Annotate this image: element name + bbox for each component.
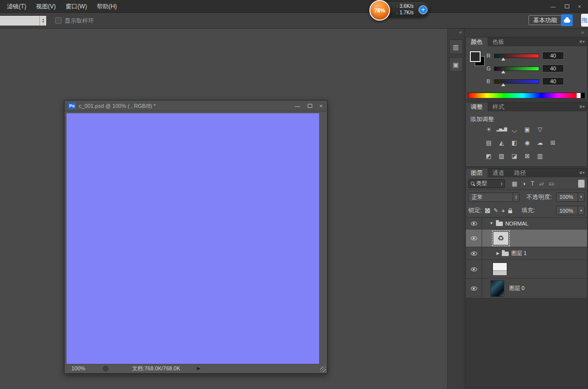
eye-icon[interactable] bbox=[471, 236, 477, 240]
document-canvas[interactable] bbox=[66, 113, 319, 364]
layer-group-1[interactable]: ▶ 图层 1 bbox=[466, 247, 587, 260]
opacity-dropdown[interactable]: 100% ▾ bbox=[556, 193, 585, 202]
color-spectrum-ramp[interactable] bbox=[468, 93, 585, 98]
layer-name[interactable]: NORMAL bbox=[505, 221, 528, 227]
threshold-icon[interactable]: ◪ bbox=[509, 152, 519, 161]
layer-thumbnail[interactable] bbox=[492, 262, 507, 276]
blend-mode-dropdown[interactable]: 正常 ▴▾ bbox=[468, 193, 520, 202]
group-collapsed-arrow-icon[interactable]: ▶ bbox=[496, 251, 499, 256]
smart-object-filter-icon[interactable]: ▭ bbox=[549, 179, 554, 188]
drag-overlay-button[interactable]: 拖 bbox=[581, 14, 588, 27]
spectrum-black-swatch[interactable] bbox=[581, 93, 585, 98]
visibility-cell[interactable] bbox=[466, 229, 482, 247]
eye-icon[interactable] bbox=[471, 287, 477, 291]
tab-styles[interactable]: 样式 bbox=[488, 102, 509, 111]
fill-dropdown[interactable]: 100% ▾ bbox=[556, 206, 585, 215]
foreground-color-swatch[interactable] bbox=[470, 51, 481, 62]
type-layer-filter-icon[interactable]: T bbox=[531, 179, 534, 188]
resize-grip[interactable] bbox=[320, 366, 326, 372]
photo-filter-icon[interactable]: ◉ bbox=[522, 138, 532, 147]
curves-icon[interactable]: ◡ bbox=[509, 125, 519, 134]
visibility-cell[interactable] bbox=[466, 279, 482, 298]
shape-layer-filter-icon[interactable]: ▱ bbox=[539, 179, 544, 188]
posterize-icon[interactable]: ▨ bbox=[496, 152, 506, 161]
layer-white[interactable] bbox=[466, 260, 587, 279]
widget-plus-button[interactable]: + bbox=[419, 5, 427, 14]
spectrum-white-swatch[interactable] bbox=[577, 93, 581, 98]
lock-position-icon[interactable]: + bbox=[502, 208, 505, 214]
panel-menu-icon[interactable]: ≡▾ bbox=[580, 170, 585, 176]
layer-thumbnail[interactable]: ♻ bbox=[493, 232, 508, 245]
red-slider[interactable] bbox=[494, 54, 539, 58]
doc-close-button[interactable]: × bbox=[320, 103, 323, 109]
menu-help[interactable]: 帮助(H) bbox=[97, 0, 117, 13]
workspace-switcher-button[interactable]: 基本功能 bbox=[528, 15, 562, 25]
layer-name[interactable]: 图层 0 bbox=[509, 285, 524, 292]
green-value-field[interactable]: 40 bbox=[542, 65, 564, 72]
collapse-to-icons-button[interactable]: » bbox=[581, 29, 584, 35]
color-balance-icon[interactable]: ◭ bbox=[496, 138, 506, 147]
visibility-cell[interactable] bbox=[466, 218, 482, 229]
blue-slider[interactable] bbox=[494, 79, 539, 84]
document-title-bar[interactable]: Ps c_001.psd @ 100% ( , RGB/8) * — × bbox=[65, 100, 327, 111]
lock-transparency-icon[interactable] bbox=[485, 208, 490, 213]
tab-color[interactable]: 颜色 bbox=[466, 37, 488, 46]
menu-filter[interactable]: 滤镜(T) bbox=[7, 0, 26, 13]
hue-saturation-icon[interactable]: ▤ bbox=[484, 138, 493, 147]
menu-view[interactable]: 视图(V) bbox=[36, 0, 56, 13]
layer-selected[interactable]: ♻ bbox=[466, 229, 587, 247]
tab-layers[interactable]: 图层 bbox=[466, 168, 488, 177]
pixel-layer-filter-icon[interactable]: ▦ bbox=[512, 179, 517, 188]
lock-all-icon[interactable] bbox=[508, 210, 512, 213]
panel-menu-icon[interactable]: ≡▾ bbox=[580, 104, 585, 110]
adjustment-layer-filter-icon[interactable]: ◑ bbox=[522, 179, 525, 188]
eye-icon[interactable] bbox=[471, 267, 477, 271]
eye-icon[interactable] bbox=[471, 252, 477, 256]
zoom-level-field[interactable]: 100% bbox=[71, 365, 85, 371]
tool-preset-dropdown[interactable]: ▴▾ bbox=[0, 15, 47, 26]
sampling-ring-checkbox[interactable] bbox=[55, 17, 62, 24]
visibility-cell[interactable] bbox=[466, 260, 482, 278]
maximize-button[interactable] bbox=[565, 4, 569, 8]
clone-source-panel-icon[interactable]: ▣ bbox=[449, 57, 463, 72]
invert-icon[interactable]: ◩ bbox=[484, 152, 493, 161]
lock-paint-icon[interactable]: ✎ bbox=[493, 207, 498, 214]
brightness-contrast-icon[interactable]: ☀ bbox=[484, 125, 493, 134]
red-value-field[interactable]: 40 bbox=[542, 52, 564, 60]
group-expanded-arrow-icon[interactable]: ▼ bbox=[490, 221, 493, 226]
doc-minimize-button[interactable]: — bbox=[295, 103, 300, 109]
tab-channels[interactable]: 通道 bbox=[488, 168, 509, 177]
gradient-map-icon[interactable]: ▥ bbox=[535, 152, 545, 161]
minimize-button[interactable]: — bbox=[551, 0, 556, 13]
visibility-cell[interactable] bbox=[466, 247, 482, 259]
green-slider[interactable] bbox=[494, 66, 539, 71]
vibrance-icon[interactable]: ▽ bbox=[535, 125, 545, 134]
eye-icon[interactable] bbox=[471, 222, 477, 226]
tab-paths[interactable]: 路径 bbox=[509, 168, 531, 177]
black-white-icon[interactable]: ◧ bbox=[509, 138, 519, 147]
blue-value-field[interactable]: 40 bbox=[542, 77, 564, 85]
document-window[interactable]: Ps c_001.psd @ 100% ( , RGB/8) * — × 100… bbox=[64, 100, 327, 374]
status-menu-arrow-icon[interactable]: ▶ bbox=[197, 366, 200, 371]
memory-usage-ball[interactable]: 78% bbox=[369, 0, 390, 21]
filter-on-off-toggle[interactable] bbox=[578, 180, 585, 188]
doc-maximize-button[interactable] bbox=[308, 104, 312, 108]
layer-group-normal[interactable]: ▼ NORMAL bbox=[466, 218, 587, 229]
green-slider-thumb[interactable] bbox=[501, 70, 505, 73]
selective-color-icon[interactable]: ⊠ bbox=[522, 152, 532, 161]
layer-thumbnail[interactable] bbox=[490, 280, 504, 297]
levels-icon[interactable]: ▂▅▃▇ bbox=[496, 125, 506, 134]
brush-presets-panel-icon[interactable]: ▥ bbox=[449, 39, 463, 54]
close-button[interactable]: × bbox=[578, 0, 581, 13]
layer-thumbnail-selection[interactable]: ♻ bbox=[492, 230, 510, 246]
expand-panels-button[interactable]: « bbox=[448, 29, 464, 36]
blue-slider-thumb[interactable] bbox=[501, 83, 505, 86]
filter-kind-dropdown[interactable]: 类型 ▴▾ bbox=[468, 179, 505, 188]
layer-0[interactable]: 图层 0 bbox=[466, 279, 587, 298]
layer-name[interactable]: 图层 1 bbox=[511, 250, 526, 257]
cloud-sync-icon[interactable] bbox=[561, 14, 573, 26]
channel-mixer-icon[interactable]: ☁ bbox=[535, 138, 545, 147]
tab-swatches[interactable]: 色板 bbox=[488, 37, 509, 46]
red-slider-thumb[interactable] bbox=[501, 58, 505, 61]
panel-menu-icon[interactable]: ≡▾ bbox=[580, 39, 585, 45]
